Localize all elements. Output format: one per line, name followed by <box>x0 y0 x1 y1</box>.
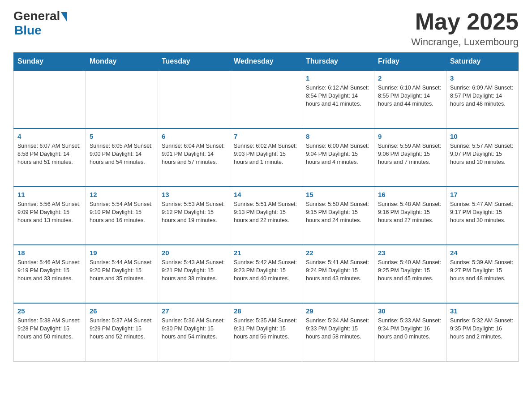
weekday-header-sunday: Sunday <box>14 53 86 71</box>
calendar-cell: 13Sunrise: 5:53 AM Sunset: 9:12 PM Dayli… <box>158 187 230 245</box>
day-number: 17 <box>450 191 515 198</box>
day-info: Sunrise: 5:39 AM Sunset: 9:27 PM Dayligh… <box>450 258 515 283</box>
day-number: 21 <box>234 249 298 257</box>
day-number: 6 <box>162 133 226 140</box>
calendar-cell: 7Sunrise: 6:02 AM Sunset: 9:03 PM Daylig… <box>230 128 302 187</box>
day-number: 3 <box>450 74 515 82</box>
calendar-cell: 10Sunrise: 5:57 AM Sunset: 9:07 PM Dayli… <box>446 128 519 187</box>
day-info: Sunrise: 6:07 AM Sunset: 8:58 PM Dayligh… <box>17 142 82 166</box>
logo-general-text: General <box>13 9 60 23</box>
calendar-cell <box>230 70 302 128</box>
day-number: 2 <box>378 74 442 82</box>
calendar-cell: 20Sunrise: 5:43 AM Sunset: 9:21 PM Dayli… <box>158 245 230 303</box>
page-header: General Blue May 2025 Wincrange, Luxembo… <box>13 9 519 48</box>
day-info: Sunrise: 5:40 AM Sunset: 9:25 PM Dayligh… <box>378 258 442 283</box>
week-row-4: 18Sunrise: 5:46 AM Sunset: 9:19 PM Dayli… <box>14 245 519 303</box>
week-row-5: 25Sunrise: 5:38 AM Sunset: 9:28 PM Dayli… <box>14 303 519 361</box>
day-info: Sunrise: 5:34 AM Sunset: 9:33 PM Dayligh… <box>306 317 370 341</box>
day-info: Sunrise: 5:56 AM Sunset: 9:09 PM Dayligh… <box>17 200 82 224</box>
day-number: 7 <box>234 133 298 140</box>
logo-blue-text: Blue <box>14 23 42 38</box>
logo-triangle-icon <box>61 12 67 22</box>
day-info: Sunrise: 5:53 AM Sunset: 9:12 PM Dayligh… <box>162 200 226 224</box>
calendar-cell: 4Sunrise: 6:07 AM Sunset: 8:58 PM Daylig… <box>14 128 86 187</box>
weekday-header-tuesday: Tuesday <box>158 53 230 71</box>
day-number: 24 <box>450 249 515 257</box>
logo: General Blue <box>13 9 67 38</box>
calendar-cell: 17Sunrise: 5:47 AM Sunset: 9:17 PM Dayli… <box>446 187 519 245</box>
day-info: Sunrise: 6:09 AM Sunset: 8:57 PM Dayligh… <box>450 84 515 108</box>
day-number: 8 <box>306 133 370 140</box>
calendar-cell: 15Sunrise: 5:50 AM Sunset: 9:15 PM Dayli… <box>302 187 374 245</box>
day-info: Sunrise: 5:44 AM Sunset: 9:20 PM Dayligh… <box>90 258 154 283</box>
calendar-cell: 25Sunrise: 5:38 AM Sunset: 9:28 PM Dayli… <box>14 303 86 361</box>
month-title: May 2025 <box>411 9 519 34</box>
calendar-cell: 2Sunrise: 6:10 AM Sunset: 8:55 PM Daylig… <box>374 70 446 128</box>
calendar-cell: 29Sunrise: 5:34 AM Sunset: 9:33 PM Dayli… <box>302 303 374 361</box>
calendar-cell: 19Sunrise: 5:44 AM Sunset: 9:20 PM Dayli… <box>86 245 158 303</box>
day-info: Sunrise: 5:50 AM Sunset: 9:15 PM Dayligh… <box>306 200 370 224</box>
day-number: 16 <box>378 191 442 198</box>
week-row-2: 4Sunrise: 6:07 AM Sunset: 8:58 PM Daylig… <box>14 128 519 187</box>
day-info: Sunrise: 6:04 AM Sunset: 9:01 PM Dayligh… <box>162 142 226 166</box>
day-info: Sunrise: 5:37 AM Sunset: 9:29 PM Dayligh… <box>90 317 154 341</box>
day-info: Sunrise: 5:46 AM Sunset: 9:19 PM Dayligh… <box>17 258 82 283</box>
location-text: Wincrange, Luxembourg <box>411 36 519 48</box>
day-info: Sunrise: 5:41 AM Sunset: 9:24 PM Dayligh… <box>306 258 370 283</box>
day-number: 14 <box>234 191 298 198</box>
day-number: 13 <box>162 191 226 198</box>
calendar-cell <box>14 70 86 128</box>
calendar-cell: 16Sunrise: 5:48 AM Sunset: 9:16 PM Dayli… <box>374 187 446 245</box>
day-info: Sunrise: 6:10 AM Sunset: 8:55 PM Dayligh… <box>378 84 442 108</box>
weekday-header-saturday: Saturday <box>446 53 519 71</box>
day-number: 28 <box>234 307 298 315</box>
day-info: Sunrise: 6:00 AM Sunset: 9:04 PM Dayligh… <box>306 142 370 166</box>
calendar-cell: 24Sunrise: 5:39 AM Sunset: 9:27 PM Dayli… <box>446 245 519 303</box>
day-info: Sunrise: 6:05 AM Sunset: 9:00 PM Dayligh… <box>90 142 154 166</box>
day-number: 4 <box>17 133 82 140</box>
day-info: Sunrise: 5:33 AM Sunset: 9:34 PM Dayligh… <box>378 317 442 341</box>
weekday-header-monday: Monday <box>86 53 158 71</box>
calendar-cell: 14Sunrise: 5:51 AM Sunset: 9:13 PM Dayli… <box>230 187 302 245</box>
day-number: 5 <box>90 133 154 140</box>
calendar-cell: 6Sunrise: 6:04 AM Sunset: 9:01 PM Daylig… <box>158 128 230 187</box>
day-number: 26 <box>90 307 154 315</box>
calendar-cell <box>86 70 158 128</box>
day-info: Sunrise: 6:12 AM Sunset: 8:54 PM Dayligh… <box>306 84 370 108</box>
day-number: 31 <box>450 307 515 315</box>
day-info: Sunrise: 5:51 AM Sunset: 9:13 PM Dayligh… <box>234 200 298 224</box>
calendar-cell: 18Sunrise: 5:46 AM Sunset: 9:19 PM Dayli… <box>14 245 86 303</box>
calendar-cell: 31Sunrise: 5:32 AM Sunset: 9:35 PM Dayli… <box>446 303 519 361</box>
day-number: 22 <box>306 249 370 257</box>
day-info: Sunrise: 5:47 AM Sunset: 9:17 PM Dayligh… <box>450 200 515 224</box>
day-number: 30 <box>378 307 442 315</box>
calendar-cell: 27Sunrise: 5:36 AM Sunset: 9:30 PM Dayli… <box>158 303 230 361</box>
weekday-header-wednesday: Wednesday <box>230 53 302 71</box>
calendar-table: SundayMondayTuesdayWednesdayThursdayFrid… <box>13 52 519 362</box>
day-number: 10 <box>450 133 515 140</box>
calendar-cell <box>158 70 230 128</box>
calendar-cell: 1Sunrise: 6:12 AM Sunset: 8:54 PM Daylig… <box>302 70 374 128</box>
week-row-3: 11Sunrise: 5:56 AM Sunset: 9:09 PM Dayli… <box>14 187 519 245</box>
calendar-cell: 9Sunrise: 5:59 AM Sunset: 9:06 PM Daylig… <box>374 128 446 187</box>
day-info: Sunrise: 5:48 AM Sunset: 9:16 PM Dayligh… <box>378 200 442 224</box>
day-number: 25 <box>17 307 82 315</box>
calendar-cell: 3Sunrise: 6:09 AM Sunset: 8:57 PM Daylig… <box>446 70 519 128</box>
calendar-cell: 30Sunrise: 5:33 AM Sunset: 9:34 PM Dayli… <box>374 303 446 361</box>
day-number: 18 <box>17 249 82 257</box>
calendar-cell: 26Sunrise: 5:37 AM Sunset: 9:29 PM Dayli… <box>86 303 158 361</box>
day-info: Sunrise: 5:54 AM Sunset: 9:10 PM Dayligh… <box>90 200 154 224</box>
weekday-header-row: SundayMondayTuesdayWednesdayThursdayFrid… <box>14 53 519 71</box>
calendar-cell: 5Sunrise: 6:05 AM Sunset: 9:00 PM Daylig… <box>86 128 158 187</box>
day-number: 12 <box>90 191 154 198</box>
day-number: 29 <box>306 307 370 315</box>
calendar-cell: 11Sunrise: 5:56 AM Sunset: 9:09 PM Dayli… <box>14 187 86 245</box>
calendar-cell: 22Sunrise: 5:41 AM Sunset: 9:24 PM Dayli… <box>302 245 374 303</box>
day-number: 15 <box>306 191 370 198</box>
day-number: 1 <box>306 74 370 82</box>
day-info: Sunrise: 5:57 AM Sunset: 9:07 PM Dayligh… <box>450 142 515 166</box>
calendar-cell: 8Sunrise: 6:00 AM Sunset: 9:04 PM Daylig… <box>302 128 374 187</box>
day-info: Sunrise: 5:38 AM Sunset: 9:28 PM Dayligh… <box>17 317 82 341</box>
day-number: 11 <box>17 191 82 198</box>
day-info: Sunrise: 5:32 AM Sunset: 9:35 PM Dayligh… <box>450 317 515 341</box>
